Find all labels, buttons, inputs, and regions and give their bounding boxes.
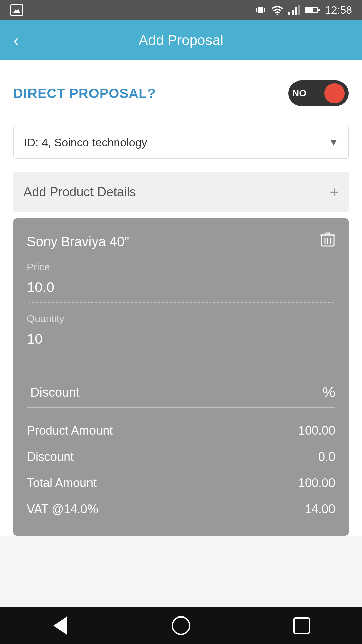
battery-icon bbox=[305, 6, 320, 14]
svg-rect-2 bbox=[264, 8, 265, 12]
svg-rect-5 bbox=[292, 10, 294, 15]
nav-back-button[interactable] bbox=[47, 612, 74, 639]
toggle-circle bbox=[324, 83, 345, 103]
quantity-divider bbox=[27, 354, 335, 354]
product-card-header: Sony Braviya 40" bbox=[27, 232, 335, 251]
summary-row-discount: Discount 0.0 bbox=[27, 444, 335, 470]
vat-value: 14.00 bbox=[305, 502, 335, 516]
image-icon bbox=[10, 4, 23, 16]
status-time: 12:58 bbox=[325, 4, 352, 16]
summary-row-product-amount: Product Amount 100.00 bbox=[27, 418, 335, 444]
discount-amount-label: Discount bbox=[27, 450, 74, 464]
svg-rect-0 bbox=[258, 7, 263, 13]
nav-bar bbox=[0, 607, 362, 644]
status-bar-left bbox=[10, 4, 23, 16]
price-divider bbox=[27, 302, 335, 303]
status-bar: 12:58 bbox=[0, 0, 362, 20]
add-product-plus-icon: + bbox=[330, 183, 339, 200]
svg-rect-9 bbox=[306, 8, 313, 12]
dropdown-selected-text: ID: 4, Soinco technology bbox=[24, 136, 147, 149]
quantity-field: Quantity 10 bbox=[27, 313, 335, 354]
price-value[interactable]: 10.0 bbox=[27, 276, 335, 302]
total-amount-label: Total Amount bbox=[27, 476, 97, 490]
nav-home-button[interactable] bbox=[168, 612, 194, 639]
discount-amount-value: 0.0 bbox=[318, 450, 335, 464]
discount-row: Discount % bbox=[27, 378, 335, 408]
main-content: DIRECT PROPOSAL? NO ID: 4, Soinco techno… bbox=[0, 60, 362, 536]
svg-rect-1 bbox=[256, 8, 257, 12]
svg-rect-6 bbox=[295, 7, 297, 15]
price-label: Price bbox=[27, 261, 335, 273]
product-card: Sony Braviya 40" Price 10.0 bbox=[13, 218, 349, 536]
product-amount-label: Product Amount bbox=[27, 424, 113, 438]
discount-field-label[interactable]: Discount bbox=[27, 385, 80, 400]
quantity-value[interactable]: 10 bbox=[27, 328, 335, 354]
total-amount-value: 100.00 bbox=[298, 476, 335, 490]
svg-rect-7 bbox=[298, 5, 300, 15]
back-button[interactable]: ‹ bbox=[13, 30, 19, 50]
direct-proposal-row: DIRECT PROPOSAL? NO bbox=[13, 74, 349, 113]
add-product-details-label: Add Product Details bbox=[23, 185, 136, 199]
summary-section: Product Amount 100.00 Discount 0.0 Total… bbox=[27, 418, 335, 522]
discount-percent-icon: % bbox=[323, 384, 335, 400]
toggle-label: NO bbox=[292, 88, 306, 99]
product-name: Sony Braviya 40" bbox=[27, 234, 129, 249]
summary-row-total: Total Amount 100.00 bbox=[27, 470, 335, 496]
product-amount-value: 100.00 bbox=[298, 424, 335, 438]
nav-home-icon bbox=[172, 616, 190, 635]
direct-proposal-label: DIRECT PROPOSAL? bbox=[13, 86, 156, 101]
signal-icon bbox=[288, 5, 300, 15]
summary-row-vat: VAT @14.0% 14.00 bbox=[27, 496, 335, 522]
svg-point-3 bbox=[276, 14, 278, 15]
vat-label: VAT @14.0% bbox=[27, 502, 98, 516]
vibrate-icon bbox=[255, 4, 266, 16]
app-header: ‹ Add Proposal bbox=[0, 20, 362, 60]
delete-product-icon[interactable] bbox=[320, 232, 335, 251]
svg-rect-10 bbox=[318, 9, 320, 11]
direct-proposal-toggle[interactable]: NO bbox=[288, 80, 349, 106]
wifi-icon bbox=[271, 5, 284, 15]
svg-rect-4 bbox=[288, 12, 290, 15]
header-title: Add Proposal bbox=[139, 32, 223, 48]
dropdown-arrow-icon: ▼ bbox=[329, 137, 338, 148]
add-product-details-button[interactable]: Add Product Details + bbox=[13, 172, 349, 212]
nav-recent-button[interactable] bbox=[288, 612, 315, 639]
nav-back-icon bbox=[53, 616, 67, 635]
nav-recent-icon bbox=[293, 617, 310, 634]
status-bar-right: 12:58 bbox=[255, 4, 352, 16]
price-field: Price 10.0 bbox=[27, 261, 335, 302]
company-dropdown[interactable]: ID: 4, Soinco technology ▼ bbox=[13, 126, 349, 159]
quantity-label: Quantity bbox=[27, 313, 335, 324]
